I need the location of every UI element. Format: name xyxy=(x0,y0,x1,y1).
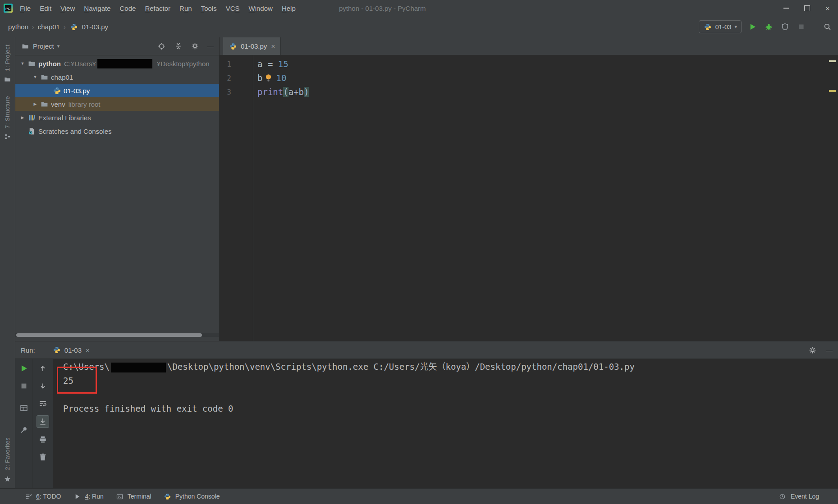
event-log-button[interactable]: Event Log xyxy=(772,489,838,504)
code-line[interactable]: b10 xyxy=(257,71,309,85)
tree-down-arrow-icon[interactable]: ▼ xyxy=(31,75,40,79)
statusbar-label: 6: TODO xyxy=(36,493,61,500)
statusbar-6-todo[interactable]: 6: TODO xyxy=(18,489,67,504)
settings-gear-button[interactable] xyxy=(190,42,199,51)
tree-item-chap01[interactable]: ▼chap01 xyxy=(15,70,219,84)
close-tab-icon[interactable]: × xyxy=(86,346,90,354)
projectTab-icon xyxy=(3,75,12,84)
stop-button[interactable] xyxy=(796,22,806,32)
breadcrumb-item-chap01[interactable]: chap01 xyxy=(38,23,60,31)
menu-refactor[interactable]: Refactor xyxy=(140,5,175,12)
tree-item-scratches-and-consoles[interactable]: Scratches and Consoles xyxy=(15,124,219,138)
run-config-selector[interactable]: 01-03 ▾ xyxy=(699,20,742,33)
up-stack-trace-button[interactable] xyxy=(37,363,49,374)
stop-button[interactable] xyxy=(18,380,30,392)
menu-tools[interactable]: Tools xyxy=(197,5,221,12)
editor-tab-label: 01-03.py xyxy=(241,42,267,50)
code-line[interactable]: print(a+b) xyxy=(257,85,309,99)
minimize-button[interactable] xyxy=(776,0,797,16)
menu-run[interactable]: Run xyxy=(175,5,197,12)
code-token: print xyxy=(257,87,283,97)
close-tab-icon[interactable]: × xyxy=(271,42,275,50)
menu-bar: FileEditViewNavigateCodeRefactorRunTools… xyxy=(15,5,300,12)
maximize-button[interactable] xyxy=(797,0,817,16)
search-everywhere-button[interactable] xyxy=(822,22,833,32)
soft-wrap-button[interactable] xyxy=(37,398,49,409)
code-token: ( xyxy=(283,87,288,97)
menu-code[interactable]: Code xyxy=(115,5,141,12)
terminal-icon xyxy=(115,492,124,501)
rerun-button[interactable] xyxy=(18,363,30,374)
code-token: ) xyxy=(304,87,309,97)
close-button[interactable]: × xyxy=(817,0,838,16)
tree-item-label: chap01 xyxy=(51,73,73,81)
libraries-icon xyxy=(27,113,36,122)
tree-item-label: Scratches and Consoles xyxy=(38,127,112,135)
menu-navigate[interactable]: Navigate xyxy=(79,5,115,12)
editor-tab-bar: 01-03.py × xyxy=(220,37,838,55)
menu-vcs[interactable]: VCS xyxy=(221,5,244,12)
toolwindow-button-7-structure[interactable]: 7: Structure xyxy=(3,96,12,141)
menu-edit[interactable]: Edit xyxy=(35,5,56,12)
menu-file[interactable]: File xyxy=(15,5,35,12)
breadcrumb-item-01-03-py[interactable]: 01-03.py xyxy=(82,23,108,31)
pin-tab-button[interactable] xyxy=(18,424,30,436)
tree-item-label: 01-03.py xyxy=(64,87,90,95)
restore-layout-button[interactable] xyxy=(18,402,30,414)
scrollbar-thumb[interactable] xyxy=(16,333,202,337)
select-opened-file-button[interactable] xyxy=(157,42,166,51)
clear-all-button[interactable] xyxy=(37,451,49,463)
statusbar-terminal[interactable]: Terminal xyxy=(110,489,157,504)
project-toolwindow: Project ▾ — ▼pythonC:¥Users¥¥Desktop¥pyt… xyxy=(15,37,220,341)
tree-down-arrow-icon[interactable]: ▼ xyxy=(18,61,27,66)
tree-item-venv[interactable]: ▶venvlibrary root xyxy=(15,97,219,111)
scroll-to-end-button[interactable] xyxy=(37,415,49,428)
statusbar-items: 6: TODO4: RunTerminalPython Console xyxy=(18,489,226,504)
statusbar-4-run[interactable]: 4: Run xyxy=(67,489,110,504)
editor-code[interactable]: a = 15b10print(a+b) xyxy=(253,55,309,341)
project-toolwindow-header: Project ▾ — xyxy=(15,37,219,55)
hide-toolwindow-button[interactable]: — xyxy=(207,42,214,50)
tree-right-arrow-icon[interactable]: ▶ xyxy=(18,115,27,120)
toolwindow-button-2-favorites[interactable]: 2: Favorites xyxy=(3,437,12,483)
settings-gear-button[interactable] xyxy=(808,345,817,354)
run-with-coverage-button[interactable] xyxy=(779,22,790,32)
tree-item-python[interactable]: ▼pythonC:¥Users¥¥Desktop¥python xyxy=(15,57,219,70)
tree-item-01-03-py[interactable]: 01-03.py xyxy=(15,84,219,97)
code-editor[interactable]: 123 a = 15b10print(a+b) xyxy=(220,55,838,341)
toolwindow-button-1-project[interactable]: 1: Project xyxy=(3,45,12,84)
statusbar-python-console[interactable]: Python Console xyxy=(157,489,226,504)
debug-button[interactable] xyxy=(763,22,774,32)
print-button[interactable] xyxy=(37,434,49,445)
chevron-down-icon: ▾ xyxy=(734,24,737,30)
console-output[interactable]: C:\Users\\Desktop\python\venv\Scripts\py… xyxy=(53,359,838,489)
collapse-all-button[interactable] xyxy=(174,42,183,51)
run-body: C:\Users\\Desktop\python\venv\Scripts\py… xyxy=(15,359,838,489)
line-number: 3 xyxy=(220,85,253,99)
run-button[interactable] xyxy=(747,22,758,32)
menu-window[interactable]: Window xyxy=(244,5,277,12)
run-tab[interactable]: 01-03 × xyxy=(48,341,94,359)
editor-area: 01-03.py × 123 a = 15b10print(a+b) xyxy=(220,37,838,341)
console-text: 25 xyxy=(63,376,73,386)
hide-toolwindow-button[interactable]: — xyxy=(826,346,833,354)
run-toolbar: 01-03 ▾ xyxy=(699,20,838,33)
console-text: Process finished with exit code 0 xyxy=(63,404,234,413)
tree-right-arrow-icon[interactable]: ▶ xyxy=(31,102,40,106)
project-view-title[interactable]: Project xyxy=(33,42,54,50)
console-text: \Desktop\python\venv\Scripts\python.exe … xyxy=(167,362,635,372)
console-line: Process finished with exit code 0 xyxy=(63,402,838,416)
menu-view[interactable]: View xyxy=(56,5,79,12)
titlebar: PC FileEditViewNavigateCodeRefactorRunTo… xyxy=(0,0,838,17)
menu-help[interactable]: Help xyxy=(277,5,300,12)
breadcrumb: python›chap01›01-03.py xyxy=(0,23,108,32)
down-stack-trace-button[interactable] xyxy=(37,380,49,392)
editor-tab[interactable]: 01-03.py × xyxy=(223,37,281,55)
code-line[interactable]: a = 15 xyxy=(257,57,309,71)
tree-item-label: venv xyxy=(51,100,65,108)
breadcrumb-item-python[interactable]: python xyxy=(8,23,28,31)
code-token: a xyxy=(257,59,262,69)
tree-item-external-libraries[interactable]: ▶External Libraries xyxy=(15,111,219,124)
statusbar-label: Terminal xyxy=(128,493,151,500)
chevron-down-icon[interactable]: ▾ xyxy=(57,43,60,49)
